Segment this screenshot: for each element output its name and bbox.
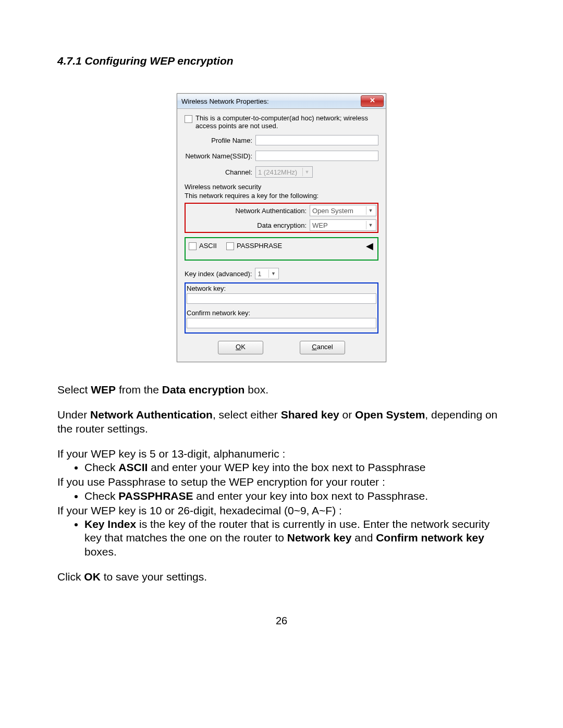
channel-label: Channel: — [185, 168, 255, 176]
instruction-2: Under Network Authentication, select eit… — [57, 408, 506, 436]
auth-label: Network Authentication: — [187, 207, 310, 215]
bullet-passphrase: Check PASSPHRASE and enter your key into… — [84, 489, 506, 503]
profile-name-input[interactable] — [255, 135, 378, 145]
security-sub-label: This network requires a key for the foll… — [185, 192, 378, 200]
section-title: 4.7.1 Configuring WEP encryption — [57, 55, 506, 67]
profile-name-label: Profile Name: — [185, 137, 255, 144]
ssid-label: Network Name(SSID): — [185, 152, 255, 160]
ssid-input[interactable] — [255, 151, 378, 161]
chevron-down-icon: ▼ — [268, 269, 277, 278]
wireless-properties-dialog: Wireless Network Properties: ✕ This is a… — [177, 93, 386, 362]
arrow-left-icon: ◀ — [366, 241, 373, 251]
key-index-value: 1 — [258, 270, 261, 278]
close-button[interactable]: ✕ — [361, 95, 384, 107]
ascii-checkbox[interactable] — [189, 242, 197, 250]
enc-value: WEP — [312, 221, 328, 229]
confirm-key-input[interactable] — [187, 318, 376, 328]
instruction-6: Click OK to save your settings. — [57, 570, 506, 584]
auth-select[interactable]: Open System ▼ — [310, 205, 376, 216]
ok-button[interactable]: OK — [218, 341, 263, 354]
passphrase-label: PASSPHRASE — [237, 242, 282, 250]
auth-value: Open System — [312, 207, 353, 215]
adhoc-checkbox[interactable] — [185, 115, 192, 123]
dialog-titlebar: Wireless Network Properties: ✕ — [177, 94, 386, 109]
enc-select[interactable]: WEP ▼ — [310, 219, 376, 231]
key-index-label: Key index (advanced): — [185, 270, 252, 278]
adhoc-label: This is a computer-to-computer(ad hoc) n… — [195, 114, 378, 130]
cancel-button[interactable]: Cancel — [300, 341, 345, 354]
instruction-3: If your WEP key is 5 or 13-digit, alphan… — [57, 447, 506, 461]
channel-value: 1 (2412MHz) — [258, 168, 297, 176]
network-key-input[interactable] — [187, 293, 376, 304]
passphrase-checkbox[interactable] — [226, 242, 234, 250]
auth-enc-highlight: Network Authentication: Open System ▼ Da… — [185, 203, 378, 233]
page-number: 26 — [57, 615, 506, 627]
instruction-4: If you use Passphrase to setup the WEP e… — [57, 475, 506, 489]
channel-select: 1 (2412MHz) ▼ — [255, 166, 313, 178]
security-group-label: Wireless network security — [185, 183, 378, 191]
dialog-screenshot: Wireless Network Properties: ✕ This is a… — [57, 93, 506, 362]
confirm-key-label: Confirm network key: — [187, 309, 376, 317]
chevron-down-icon: ▼ — [366, 221, 375, 229]
bullet-ascii: Check ASCII and enter your WEP key into … — [84, 461, 506, 474]
chevron-down-icon: ▼ — [302, 168, 311, 176]
key-index-select[interactable]: 1 ▼ — [255, 268, 279, 279]
instruction-1: Select WEP from the Data encryption box. — [57, 383, 506, 397]
enc-label: Data encryption: — [187, 221, 310, 229]
network-key-highlight: Network key: Confirm network key: — [185, 282, 378, 334]
network-key-label: Network key: — [187, 285, 376, 292]
bullet-keyindex: Key Index is the key of the router that … — [84, 517, 506, 559]
chevron-down-icon: ▼ — [366, 206, 375, 215]
dialog-title: Wireless Network Properties: — [181, 97, 269, 105]
instruction-5: If your WEP key is 10 or 26-digit, hexad… — [57, 504, 506, 517]
ascii-passphrase-highlight: ASCII PASSPHRASE ◀ — [185, 237, 378, 261]
ascii-label: ASCII — [199, 242, 217, 250]
